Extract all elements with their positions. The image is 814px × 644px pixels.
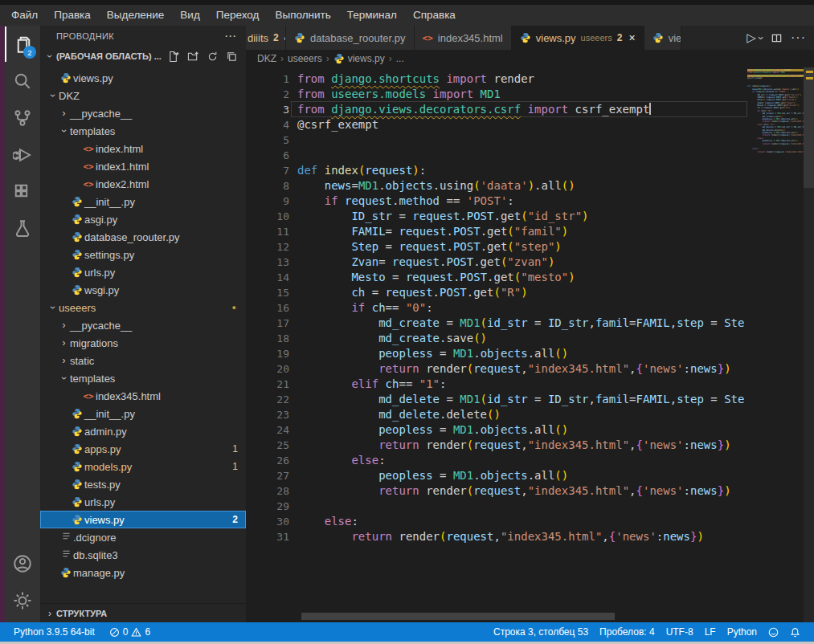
outline-section-header[interactable]: › СТРУКТУРА — [40, 603, 246, 622]
new-folder-icon[interactable] — [187, 51, 199, 63]
collapse-all-icon[interactable] — [226, 51, 238, 63]
tree-item-__init__.py[interactable]: __init__.py — [40, 405, 246, 422]
tree-item-wsgi.py[interactable]: wsgi.py — [40, 281, 246, 299]
code-line-16[interactable]: if ch== "0": — [297, 300, 747, 316]
code-line-12[interactable]: Step = request.POST.get("step") — [297, 239, 747, 255]
horizontal-scrollbar[interactable] — [301, 613, 615, 620]
code-line-5[interactable] — [297, 132, 747, 148]
tree-item-index2.html[interactable]: <>index2.html — [40, 175, 246, 193]
code-editor[interactable]: 1234567891011121314151617181920212223242… — [246, 67, 814, 622]
tree-item-index345.html[interactable]: <>index345.html — [40, 387, 246, 405]
activity-item-search[interactable] — [5, 63, 40, 100]
new-file-icon[interactable] — [168, 51, 180, 63]
code-line-20[interactable]: return render(request,"index345.html",{'… — [297, 361, 747, 377]
code-line-17[interactable]: md_create = MD1(id_str = ID_str,famil=FA… — [297, 316, 747, 331]
tree-item-views.py[interactable]: views.py — [40, 69, 246, 87]
workspace-section-header[interactable]: › (РАБОЧАЯ ОБЛАСТЬ) ... — [40, 47, 246, 66]
menu-item-5[interactable]: Переход — [208, 5, 268, 26]
status-language[interactable]: Python — [722, 626, 763, 638]
code-line-28[interactable]: return render(request,"index345.html",{'… — [297, 483, 747, 499]
split-editor-icon[interactable] — [771, 32, 783, 44]
tree-item-manage.py[interactable]: manage.py — [40, 564, 246, 581]
refresh-icon[interactable] — [207, 51, 219, 63]
status-python-version[interactable]: Python 3.9.5 64-bit — [8, 626, 100, 638]
menu-item-7[interactable]: Терминал — [339, 5, 405, 26]
code-line-3[interactable]: from django.views.decorators.csrf import… — [297, 102, 747, 117]
status-notifications[interactable] — [784, 627, 806, 638]
tree-item-index.html[interactable]: <>index.html — [40, 140, 246, 157]
code-line-11[interactable]: FAMIL= request.POST.get("famil") — [297, 224, 747, 239]
tab-database-roouter[interactable]: database_roouter.py — [286, 26, 415, 50]
tree-item-database_roouter.py[interactable]: database_roouter.py — [40, 228, 246, 246]
tab-views-partial[interactable]: vie — [644, 26, 681, 50]
activity-item-source-control[interactable] — [5, 100, 40, 137]
status-indentation[interactable]: Пробелов: 4 — [594, 626, 661, 638]
tree-item-apps.py[interactable]: apps.py1 — [40, 440, 246, 458]
code-line-31[interactable]: return render(request,"index345.html",{'… — [297, 529, 747, 544]
tree-item-admin.py[interactable]: admin.py — [40, 422, 246, 440]
breadcrumb-item-...[interactable]: ... — [396, 53, 404, 64]
status-cursor-position[interactable]: Строка 3, столбец 53 — [488, 626, 594, 638]
tree-item-templates[interactable]: ›templates — [40, 369, 246, 387]
minimap[interactable]: from django.shortcuts import renderfrom … — [747, 69, 804, 181]
code-line-14[interactable]: Mesto = request.POST.get("mesto") — [297, 270, 747, 285]
tree-item-__init__.py[interactable]: __init__.py — [40, 193, 246, 210]
tab-views[interactable]: views.pyuseeers2× — [512, 26, 644, 50]
code-line-25[interactable]: return render(request,"index345.html",{'… — [297, 438, 747, 453]
code-line-10[interactable]: ID_str = request.POST.get("id_str") — [297, 209, 747, 224]
code-line-19[interactable]: peopless = MD1.objects.all() — [297, 346, 747, 361]
code-line-9[interactable]: if request.method == 'POST': — [297, 194, 747, 209]
activity-item-run-debug[interactable] — [5, 137, 40, 173]
menu-item-8[interactable]: Справка — [405, 5, 464, 26]
code-line-7[interactable]: def index(request): — [297, 163, 747, 178]
tree-item-tests.py[interactable]: tests.py — [40, 475, 246, 493]
tree-item-static[interactable]: ›static — [40, 352, 246, 369]
close-icon[interactable]: × — [628, 31, 635, 44]
tab-diiits[interactable]: diiits2● — [246, 26, 286, 50]
code-line-2[interactable]: from useeers.models import MD1 — [297, 87, 747, 102]
tree-item-urls.py[interactable]: urls.py — [40, 263, 246, 281]
vertical-scrollbar[interactable] — [804, 67, 814, 188]
menu-item-3[interactable]: Выделение — [99, 5, 173, 26]
status-eol[interactable]: LF — [699, 626, 722, 638]
code-line-23[interactable]: md_delete.delete() — [297, 407, 747, 422]
tree-item-settings.py[interactable]: settings.py — [40, 246, 246, 263]
menu-item-4[interactable]: Вид — [172, 5, 207, 26]
tree-item-migrations[interactable]: ›migrations — [40, 334, 246, 352]
breadcrumb-item-views.py[interactable]: views.py — [333, 53, 385, 64]
explorer-more-actions-button[interactable]: ⋯ — [224, 29, 236, 43]
tree-item-views.py[interactable]: views.py2 — [40, 511, 246, 528]
run-dropdown-icon[interactable]: › — [755, 36, 767, 39]
tree-item-__pycache__[interactable]: ›__pycache__ — [40, 104, 246, 122]
status-encoding[interactable]: UTF-8 — [661, 626, 699, 638]
activity-item-testing[interactable] — [5, 210, 40, 247]
code-line-21[interactable]: elif ch== "1": — [297, 377, 747, 392]
tree-item-db.sqlite3[interactable]: db.sqlite3 — [40, 546, 246, 564]
tab-index345[interactable]: <>index345.html — [415, 26, 512, 50]
code-line-30[interactable]: else: — [297, 514, 747, 529]
activity-item-account[interactable] — [5, 545, 40, 582]
code-line-4[interactable]: @csrf_exempt — [297, 117, 747, 132]
tree-item-models.py[interactable]: models.py1 — [40, 458, 246, 475]
tree-item-urls.py[interactable]: urls.py — [40, 493, 246, 511]
tree-item-.dcignore[interactable]: .dcignore — [40, 528, 246, 546]
tree-item-useeers[interactable]: ›useeers● — [40, 299, 246, 316]
code-line-6[interactable] — [297, 148, 747, 163]
code-line-13[interactable]: Zvan= request.POST.get("zvan") — [297, 255, 747, 270]
activity-item-settings[interactable] — [5, 582, 40, 619]
tree-item-index1.html[interactable]: <>index1.html — [40, 157, 246, 175]
code-line-29[interactable] — [297, 499, 747, 514]
more-actions-icon[interactable]: ··· — [791, 31, 806, 45]
tree-item-__pycache__[interactable]: ›__pycache__ — [40, 316, 246, 334]
code-line-24[interactable]: peopless = MD1.objects.all() — [297, 422, 747, 438]
tree-item-DKZ[interactable]: ›DKZ — [40, 87, 246, 104]
breadcrumb-item-useeers[interactable]: useeers — [288, 53, 322, 64]
code-line-18[interactable]: md_create.save() — [297, 331, 747, 346]
code-line-1[interactable]: from django.shortcuts import render — [297, 71, 747, 87]
tree-item-templates[interactable]: ›templates — [40, 122, 246, 140]
overview-ruler[interactable] — [804, 67, 814, 622]
code-line-15[interactable]: ch = request.POST.get("R") — [297, 285, 747, 300]
activity-item-explorer[interactable]: 2 — [5, 26, 40, 63]
breadcrumb-item-DKZ[interactable]: DKZ — [257, 53, 276, 64]
status-problems[interactable]: 06 — [104, 626, 156, 638]
